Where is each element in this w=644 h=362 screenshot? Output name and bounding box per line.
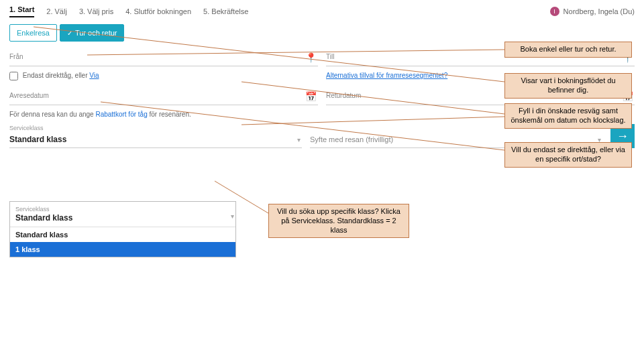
user-block[interactable]: I Nordberg, Ingela (Du) [550, 7, 635, 16]
progress-steps: 1. Start 2. Välj 3. Välj pris 4. Slutför… [0, 0, 644, 20]
tab-enkelresa[interactable]: Enkelresa [9, 24, 57, 42]
chevron-down-icon: ▾ [231, 213, 234, 220]
callout-direct: Vill du endast se direkttåg, eller via e… [504, 142, 632, 168]
callout-trip-type: Boka enkel eller tur och retur. [504, 42, 632, 58]
tab-enkelresa-label: Enkelresa [17, 29, 50, 37]
to-label: Till [326, 53, 334, 60]
calendar-icon: 📅 [305, 91, 317, 102]
syfte-label: Syfte med resan [310, 135, 364, 143]
via-link[interactable]: Via [89, 72, 99, 79]
rabattkort-link[interactable]: Rabattkort för tåg [95, 111, 147, 118]
trip-type-tabs: Enkelresa ✓ Tur och retur [0, 24, 644, 42]
step-slutfor[interactable]: 4. Slutför bokningen [125, 7, 191, 15]
syfte-hint: (frivilligt) [366, 135, 393, 143]
serviceklass-select[interactable]: Serviceklass Standard klass ▾ [9, 123, 302, 148]
serviceklass-value: Standard klass [9, 135, 66, 144]
dropdown-option-standard[interactable]: Standard klass [10, 227, 235, 242]
callout-serviceklass: Vill du söka upp specifik klass? Klicka … [268, 204, 409, 238]
check-icon: ✓ [67, 29, 72, 37]
chevron-down-icon: ▾ [297, 136, 301, 143]
from-label: Från [9, 53, 23, 60]
callout-progress: Visar vart i bokningsflödet du befinner … [504, 73, 632, 99]
step-bekraftelse[interactable]: 5. Bekräftelse [203, 7, 248, 15]
direct-hint: Endast direkttåg, eller Via [9, 72, 318, 80]
alt-link[interactable]: Alternativa tillval för framresesegmente… [326, 72, 447, 79]
returdatum-label: Returdatum [326, 92, 361, 99]
from-field[interactable]: Från 📍 [9, 47, 318, 66]
step-pris[interactable]: 3. Välj pris [79, 7, 113, 15]
dropdown-current: Standard klass [15, 213, 230, 223]
dropdown-option-1klass[interactable]: 1 klass [10, 242, 235, 257]
avatar: I [550, 7, 559, 16]
step-start[interactable]: 1. Start [9, 5, 34, 17]
callout-route: Fyll i din önskade resväg samt önskemål … [504, 103, 632, 129]
pin-icon: 📍 [305, 52, 317, 63]
tab-turochretur[interactable]: ✓ Tur och retur [60, 24, 125, 42]
arrow-right-icon: → [616, 129, 629, 143]
serviceklass-label: Serviceklass [9, 125, 302, 131]
serviceklass-dropdown: Serviceklass Standard klass ▾ Standard k… [9, 201, 236, 257]
direct-checkbox[interactable] [9, 72, 18, 80]
direct-text: Endast direkttåg, eller [23, 72, 88, 79]
dropdown-header[interactable]: Serviceklass Standard klass ▾ [10, 202, 235, 227]
avresedatum-label: Avresedatum [9, 92, 49, 99]
user-name: Nordberg, Ingela (Du) [564, 7, 635, 15]
tab-turochretur-label: Tur och retur [75, 29, 117, 37]
step-valj[interactable]: 2. Välj [46, 7, 67, 15]
dropdown-label: Serviceklass [15, 206, 50, 213]
avresedatum-field[interactable]: Avresedatum 📅 [9, 86, 318, 105]
